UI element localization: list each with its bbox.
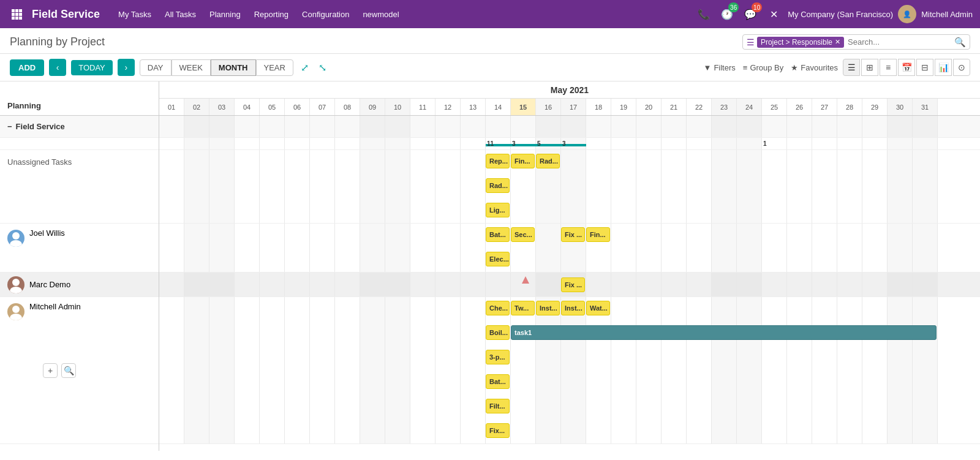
- filter-tag-close[interactable]: ✕: [835, 38, 840, 46]
- search-submit-icon[interactable]: 🔍: [954, 37, 966, 48]
- grid-cell-08: [335, 150, 360, 223]
- company-name[interactable]: My Company (San Francisco): [788, 10, 893, 19]
- task-bar[interactable]: Fix ...: [561, 277, 585, 292]
- grid-cell-18: [586, 297, 611, 443]
- top-menu: My Tasks All Tasks Planning Reporting Co…: [112, 6, 692, 23]
- section-field-service[interactable]: − Field Service: [0, 116, 159, 138]
- prev-button[interactable]: ‹: [49, 59, 66, 76]
- alloc-indicator-row: 113531: [159, 138, 980, 150]
- favourites-button[interactable]: ★ Favourites: [791, 63, 838, 72]
- menu-configuration[interactable]: Configuration: [296, 6, 355, 23]
- listalt-view-btn[interactable]: ≡: [880, 59, 897, 76]
- filter-tag[interactable]: Project > Responsible ✕: [757, 37, 844, 48]
- grid-cell-27: [812, 297, 837, 443]
- task-bar[interactable]: Sec...: [511, 227, 535, 242]
- chart-view-btn[interactable]: 📊: [935, 59, 952, 76]
- task-bar[interactable]: Inst...: [561, 301, 585, 315]
- grid-cell-08: [335, 138, 360, 149]
- menu-newmodel[interactable]: newmodel: [356, 6, 405, 23]
- star-icon: ★: [791, 63, 798, 72]
- grid-cell-23: [712, 150, 737, 223]
- user-avatar[interactable]: 👤: [898, 5, 916, 23]
- apps-icon[interactable]: [7, 5, 26, 23]
- task-bar[interactable]: Lig...: [486, 203, 510, 217]
- task-bar[interactable]: Inst...: [536, 301, 560, 315]
- task-bar[interactable]: Wat...: [586, 301, 610, 315]
- grid-cell-10: [385, 138, 410, 149]
- task-bar[interactable]: task1: [511, 325, 937, 340]
- menu-planning[interactable]: Planning: [203, 6, 247, 23]
- task-bar[interactable]: Tw...: [511, 301, 535, 315]
- add-button[interactable]: ADD: [10, 59, 44, 76]
- subheader: Planning by Project ☰ Project > Responsi…: [0, 28, 980, 54]
- username[interactable]: Mitchell Admin: [921, 10, 973, 19]
- planning-label: Planning: [7, 101, 41, 110]
- grid-cell-04: [235, 273, 260, 296]
- filters-button[interactable]: ▼ Filters: [704, 63, 736, 72]
- table-view-btn[interactable]: ⊟: [916, 59, 933, 76]
- task-bar[interactable]: Filt...: [486, 399, 510, 413]
- task-bar[interactable]: Fin...: [586, 227, 610, 242]
- list-view-btn[interactable]: ☰: [843, 59, 860, 76]
- grid-cell-29: [862, 224, 888, 272]
- task-bar[interactable]: Rep...: [486, 154, 510, 168]
- close-icon[interactable]: ✕: [764, 5, 783, 23]
- grid-cell-12: [435, 138, 461, 149]
- resource-name-joel: Joel Willis: [29, 228, 65, 238]
- app-title: Field Service: [32, 8, 100, 21]
- task-bar[interactable]: Fix...: [486, 423, 510, 438]
- task-bar[interactable]: Rad...: [486, 178, 510, 193]
- grid-cell-24: [737, 297, 762, 443]
- task-bar[interactable]: Boil...: [486, 325, 510, 340]
- menu-all-tasks[interactable]: All Tasks: [159, 6, 202, 23]
- grid-cell-30: [888, 150, 913, 223]
- task-bar[interactable]: Rad...: [536, 154, 560, 168]
- calendar-view-btn[interactable]: 📅: [898, 59, 915, 76]
- task-bar[interactable]: Che...: [486, 301, 510, 315]
- group-by-button[interactable]: ≡ Group By: [743, 63, 784, 72]
- task-bar[interactable]: Fix ...: [561, 227, 585, 242]
- grid-cell-13: [461, 116, 486, 137]
- grid-cell-08: [335, 116, 360, 137]
- search-input[interactable]: [844, 36, 954, 48]
- period-month[interactable]: MONTH: [211, 59, 256, 76]
- task-bar[interactable]: Fin...: [511, 154, 535, 168]
- menu-my-tasks[interactable]: My Tasks: [112, 6, 157, 23]
- zoom-btn[interactable]: 🔍: [61, 363, 76, 378]
- grid-cell-26: [787, 224, 812, 272]
- phone-icon[interactable]: 📞: [695, 5, 713, 23]
- period-day[interactable]: DAY: [140, 59, 172, 76]
- grid-cell-10: [385, 273, 410, 296]
- period-year[interactable]: YEAR: [256, 59, 293, 76]
- day-cell-29: 29: [862, 99, 888, 115]
- grid-cell-25: [762, 273, 787, 296]
- clock-icon[interactable]: 🕐 36: [718, 5, 736, 23]
- task-bar[interactable]: Bat...: [486, 374, 510, 389]
- today-button[interactable]: TODAY: [71, 60, 113, 75]
- alloc-number: 1: [763, 140, 767, 147]
- grid-cell-24: [737, 224, 762, 272]
- expand-icon[interactable]: ⤢: [298, 59, 311, 76]
- svg-point-13: [12, 306, 20, 313]
- task-bar[interactable]: Bat...: [486, 227, 510, 242]
- grid-cell-20: [636, 273, 662, 296]
- next-button[interactable]: ›: [118, 59, 135, 76]
- compress-icon[interactable]: ⤡: [316, 59, 329, 76]
- grid-cell-23: [712, 273, 737, 296]
- task-bar[interactable]: 3-p...: [486, 350, 510, 364]
- grid-cell-08: [335, 224, 360, 272]
- activity-view-btn[interactable]: ⊙: [953, 59, 970, 76]
- grid-cell-21: [662, 150, 687, 223]
- grid-cell-02: [184, 138, 209, 149]
- menu-reporting[interactable]: Reporting: [248, 6, 295, 23]
- day-cell-06: 06: [285, 99, 310, 115]
- task-bar[interactable]: Elec...: [486, 252, 510, 266]
- period-week[interactable]: WEEK: [172, 59, 211, 76]
- kanban-view-btn[interactable]: ⊞: [861, 59, 878, 76]
- grid-cell-09: [360, 150, 385, 223]
- chat-icon[interactable]: 💬 10: [741, 5, 760, 23]
- grid-cell-22: [687, 297, 712, 443]
- day-cell-07: 07: [310, 99, 335, 115]
- grid-cell-07: [310, 224, 335, 272]
- add-task-btn[interactable]: +: [43, 363, 58, 378]
